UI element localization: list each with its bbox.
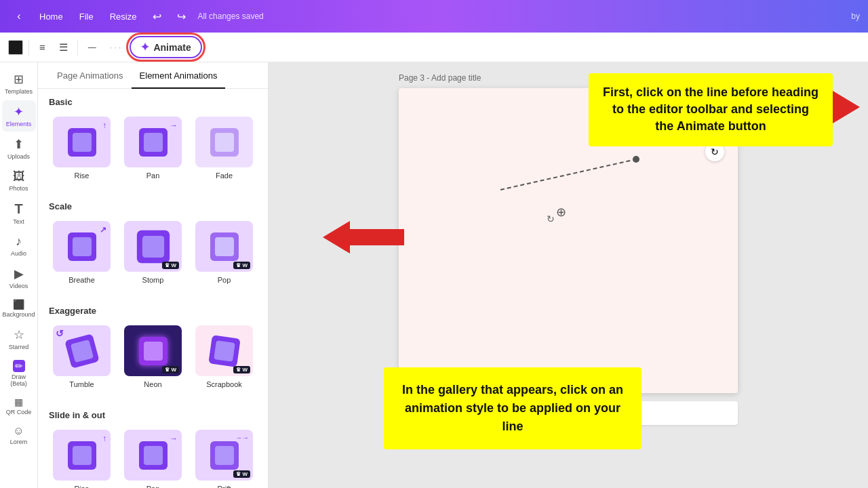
back-btn[interactable]: ‹	[8, 5, 30, 27]
anim-card-stomp[interactable]: W Stomp	[120, 218, 186, 287]
sidebar-item-text[interactable]: T Text	[2, 197, 36, 229]
stomp-inner	[142, 235, 163, 257]
rise-slide-label: Rise	[74, 485, 89, 488]
undo-btn[interactable]: ↩	[146, 5, 167, 27]
animations-panel: Page Animations Element Animations Basic…	[38, 62, 269, 488]
drift-pro-badge: W	[233, 470, 250, 478]
anim-card-rise-slide[interactable]: ↑ Rise	[49, 427, 115, 488]
sidebar-item-elements[interactable]: ✦ Elements	[2, 100, 36, 131]
pop-thumb: W	[195, 221, 253, 272]
overlay-instruction-2: In the gallery that appears, click on an…	[384, 367, 642, 449]
anim-card-neon[interactable]: W Neon	[120, 323, 186, 391]
dash-icon[interactable]: · · ·	[105, 39, 126, 56]
rise-thumb: ↑	[53, 117, 111, 167]
line-weight-icon[interactable]: —	[83, 39, 101, 56]
rotate-handle[interactable]: ↻	[547, 214, 555, 224]
breathe-arrow: ↗	[100, 225, 106, 235]
anim-card-breathe[interactable]: ↗ Breathe	[49, 218, 115, 287]
tumble-inner	[70, 339, 93, 362]
pan-slide-label: Pan	[146, 485, 160, 488]
section-basic: Basic ↑ Rise	[38, 89, 268, 182]
fade-label: Fade	[216, 171, 233, 180]
basic-grid: ↑ Rise → Pan	[49, 114, 257, 182]
pop-pro-badge: W	[233, 262, 250, 269]
red-arrow-left-svg	[323, 218, 404, 256]
align-left-icon[interactable]: ≡	[35, 38, 50, 56]
sidebar-item-audio[interactable]: ♪ Audio	[2, 230, 36, 261]
anim-card-fade[interactable]: Fade	[191, 114, 257, 182]
stomp-pro-badge: W	[162, 262, 179, 269]
animate-label: Animate	[153, 42, 191, 53]
line-element[interactable]	[494, 156, 643, 158]
page-label: Page 3 - Add page title	[399, 73, 481, 83]
animate-button[interactable]: ✦ Animate	[130, 36, 201, 58]
fade-inner	[215, 133, 234, 152]
pan-slide-inner	[144, 446, 163, 465]
sidebar-item-starred[interactable]: ☆ Starred	[2, 323, 36, 354]
pan-thumb: →	[124, 117, 182, 167]
drift-inner	[215, 446, 234, 465]
anim-card-tumble[interactable]: ↺ Tumble	[49, 323, 115, 391]
exaggerate-title: Exaggerate	[49, 306, 257, 316]
fade-thumb	[195, 117, 253, 167]
sidebar-item-lorem[interactable]: ☺ Lorem	[2, 421, 36, 449]
breathe-shape	[68, 232, 96, 261]
neon-inner	[144, 342, 163, 361]
basic-title: Basic	[49, 97, 257, 107]
svg-point-1	[633, 156, 639, 163]
tumble-shape	[64, 333, 99, 368]
color-swatch[interactable]	[8, 40, 23, 55]
overlay-instruction-1: First, click on the line before heading …	[589, 73, 833, 146]
animation-tabs: Page Animations Element Animations	[38, 62, 268, 89]
topbar: ‹ Home File Resize ↩ ↪ All changes saved…	[0, 0, 868, 33]
pop-inner	[215, 237, 234, 256]
drift-label: Drift	[217, 485, 231, 488]
qr-icon: ▦	[14, 396, 23, 407]
sidebar-item-photos[interactable]: 🖼 Photos	[2, 165, 36, 196]
home-btn[interactable]: Home	[33, 9, 70, 24]
anim-card-drift[interactable]: →→ W Drift	[191, 427, 257, 488]
draw-icon: ✏	[13, 360, 25, 372]
videos-icon: ▶	[14, 266, 24, 281]
anim-card-rise-basic[interactable]: ↑ Rise	[49, 114, 115, 182]
background-icon: ⬛	[13, 299, 24, 310]
sidebar-item-background[interactable]: ⬛ Background	[2, 295, 36, 322]
resize-btn[interactable]: Resize	[103, 9, 144, 24]
section-exaggerate: Exaggerate ↺ Tumble	[38, 298, 268, 391]
neon-pro-badge: W	[162, 366, 179, 373]
tab-element-animations[interactable]: Element Animations	[132, 62, 226, 89]
sidebar-item-templates[interactable]: ⊞ Templates	[2, 68, 36, 99]
redo-btn[interactable]: ↪	[170, 5, 192, 27]
tumble-arrow: ↺	[56, 328, 64, 339]
section-scale: Scale ↗ Breathe	[38, 193, 268, 287]
tumble-thumb: ↺	[53, 325, 111, 376]
pan-arrow: →	[170, 121, 178, 130]
sidebar-item-draw[interactable]: ✏ Draw (Beta)	[2, 356, 36, 391]
red-arrow-2	[323, 218, 404, 259]
dotted-line-svg	[494, 156, 643, 197]
file-btn[interactable]: File	[73, 9, 100, 24]
fade-shape	[210, 128, 239, 157]
sidebar-item-qr[interactable]: ▦ QR Code	[2, 392, 36, 420]
anim-card-pan-basic[interactable]: → Pan	[120, 114, 186, 182]
anim-card-scrapbook[interactable]: W Scrapbook	[191, 323, 257, 391]
anim-card-pop[interactable]: W Pop	[191, 218, 257, 287]
topbar-nav: ‹ Home File Resize ↩ ↪ All changes saved	[8, 5, 264, 27]
sidebar-item-videos[interactable]: ▶ Videos	[2, 262, 36, 293]
tab-page-animations[interactable]: Page Animations	[49, 62, 132, 89]
scrapbook-pro-badge: W	[233, 366, 250, 373]
rise-arrow: ↑	[102, 121, 106, 130]
align-center-icon[interactable]: ☰	[54, 38, 72, 57]
elements-icon: ✦	[14, 104, 24, 119]
scale-grid: ↗ Breathe W Stomp	[49, 218, 257, 287]
overlay-1-container: First, click on the line before heading …	[778, 68, 860, 126]
overlay-2-container: In the gallery that appears, click on an…	[323, 218, 404, 259]
lorem-icon: ☺	[13, 425, 24, 437]
exaggerate-grid: ↺ Tumble W Neon	[49, 323, 257, 391]
stomp-label: Stomp	[142, 276, 164, 284]
rise-shape	[68, 128, 96, 157]
svg-marker-3	[323, 221, 404, 253]
sidebar-item-uploads[interactable]: ⬆ Uploads	[2, 133, 36, 164]
move-handle[interactable]: ⊕	[556, 205, 566, 220]
anim-card-pan-slide[interactable]: → Pan	[120, 427, 186, 488]
